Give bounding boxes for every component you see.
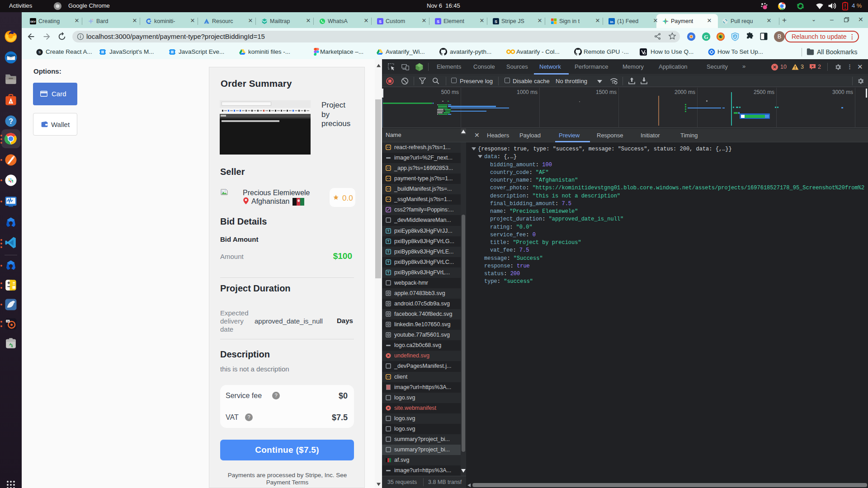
svg-text:Gk: Gk xyxy=(6,320,9,323)
svg-text:DEV: DEV xyxy=(30,20,36,23)
svg-text:?: ? xyxy=(9,117,13,125)
svg-text:S: S xyxy=(437,19,439,24)
svg-text:S: S xyxy=(495,19,497,24)
svg-text:G: G xyxy=(704,34,708,40)
svg-text:Z: Z xyxy=(734,35,736,39)
svg-text:in: in xyxy=(610,20,613,24)
svg-text:S: S xyxy=(379,19,382,24)
svg-text:S: S xyxy=(38,50,41,54)
